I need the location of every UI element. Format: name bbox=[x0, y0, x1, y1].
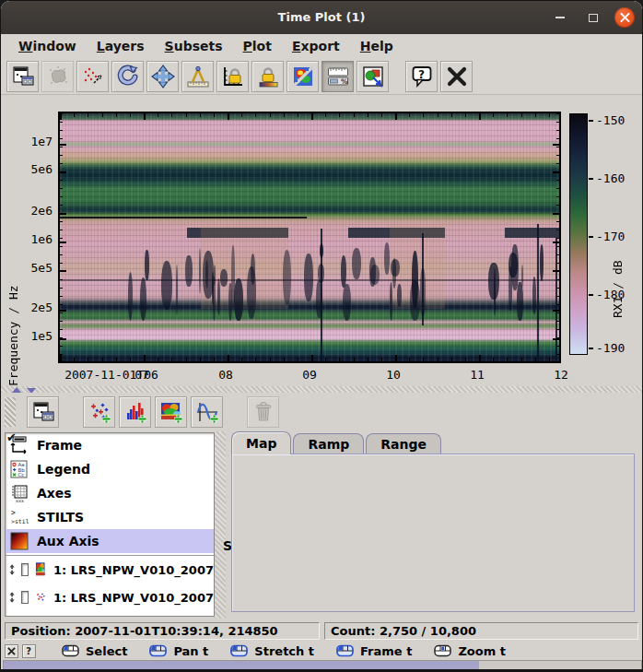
add-histogram-icon bbox=[123, 400, 147, 424]
spectrogram-feature bbox=[283, 250, 291, 305]
progress-toggle-button[interactable]: % bbox=[322, 61, 354, 92]
scatter-layer-icon bbox=[35, 588, 46, 607]
point-subset-button[interactable] bbox=[76, 61, 109, 92]
add-spectrogram-layer-button[interactable] bbox=[155, 396, 187, 428]
major-tick bbox=[553, 213, 559, 215]
spectrogram-feature bbox=[140, 277, 146, 321]
title-bar[interactable]: Time Plot (1) bbox=[1, 1, 642, 34]
spectrogram-feature bbox=[352, 248, 361, 280]
plot-pane: Frequency / Hz 1e7 5e6 2e6 1e6 5e5 2e5 1… bbox=[1, 96, 643, 386]
major-tick bbox=[60, 113, 62, 120]
svg-text:>: > bbox=[11, 509, 16, 517]
svg-text:?: ? bbox=[26, 646, 31, 656]
close-icon bbox=[620, 13, 630, 23]
menu-help[interactable]: Help bbox=[350, 36, 403, 56]
spectrogram-feature bbox=[316, 280, 322, 318]
menu-plot[interactable]: Plot bbox=[233, 36, 282, 56]
progress-toggle-icon: % bbox=[326, 65, 350, 88]
spectrogram-feature bbox=[540, 244, 544, 281]
add-function-icon bbox=[195, 400, 219, 424]
small-question-icon: ? bbox=[25, 646, 33, 656]
reorder-arrows-icon[interactable] bbox=[9, 560, 15, 580]
spectrogram-feature bbox=[420, 268, 425, 316]
toolbar-drag-grip[interactable] bbox=[5, 397, 16, 427]
hint-label: Stretch t bbox=[254, 644, 314, 658]
y-tick-label: 1e7 bbox=[10, 135, 53, 148]
colorbar-tick-label: -150 bbox=[596, 113, 625, 127]
dismiss-hints-button[interactable] bbox=[5, 644, 18, 658]
major-tick bbox=[60, 144, 66, 146]
major-tick bbox=[553, 242, 559, 243]
stack-item-frame[interactable]: Frame bbox=[6, 433, 214, 457]
layer-visible-checkbox[interactable] bbox=[21, 563, 29, 576]
colorbar-tick bbox=[589, 178, 593, 180]
colorbar-axis-label: RX1 / dB bbox=[611, 234, 625, 345]
x-tick-label: 11 bbox=[470, 368, 485, 382]
measure-distance-button[interactable] bbox=[181, 61, 214, 92]
add-scatter-layer-button[interactable] bbox=[83, 396, 115, 428]
svg-text:>stilts: >stilts bbox=[11, 518, 29, 525]
tab-range[interactable]: Range bbox=[366, 433, 441, 454]
major-tick bbox=[311, 355, 313, 361]
replot-button[interactable] bbox=[111, 61, 144, 92]
menu-layers[interactable]: Layers bbox=[87, 36, 155, 56]
major-tick bbox=[395, 355, 397, 361]
y-tick-label: 5e5 bbox=[10, 261, 53, 275]
lock-aux-range-button[interactable] bbox=[251, 61, 284, 92]
minimize-button[interactable] bbox=[550, 7, 570, 28]
close-button[interactable] bbox=[614, 7, 635, 28]
mouse-drag-icon bbox=[336, 644, 355, 657]
blob-subset-icon bbox=[46, 65, 70, 88]
new-plot-window-button[interactable] bbox=[6, 61, 39, 92]
spectrogram-feature bbox=[505, 228, 561, 238]
spectrogram-feature bbox=[343, 284, 351, 321]
tab-map[interactable]: Map bbox=[231, 431, 291, 454]
pan-resize-button[interactable] bbox=[146, 61, 179, 92]
colorbar[interactable] bbox=[569, 113, 588, 355]
lock-axes-button[interactable] bbox=[216, 61, 249, 92]
menu-subsets[interactable]: Subsets bbox=[155, 36, 233, 56]
spectrogram-feature bbox=[217, 278, 220, 316]
help-button[interactable]: ? bbox=[405, 61, 438, 92]
axes-icon: xxx bbox=[10, 484, 29, 502]
y-tick-label: 2e5 bbox=[10, 301, 53, 314]
replot-icon bbox=[116, 65, 140, 88]
mouse-drag-icon bbox=[230, 644, 249, 657]
major-tick bbox=[60, 338, 66, 340]
menu-export[interactable]: Export bbox=[282, 36, 350, 56]
plot-window-button[interactable] bbox=[27, 396, 59, 428]
maximize-icon bbox=[589, 14, 598, 22]
hint-pan: Pan t bbox=[149, 644, 208, 658]
layer-visible-checkbox[interactable] bbox=[21, 591, 29, 604]
close-window-button[interactable] bbox=[440, 61, 473, 92]
reorder-arrows-icon[interactable] bbox=[9, 587, 15, 607]
left-minor-ticks bbox=[60, 113, 63, 361]
plot-canvas[interactable] bbox=[58, 112, 561, 363]
hint-help-button[interactable]: ? bbox=[22, 644, 36, 658]
progress-bar bbox=[3, 660, 642, 670]
export-plot-button[interactable] bbox=[357, 61, 389, 92]
tab-strip: Map Ramp Range bbox=[231, 433, 443, 454]
major-tick bbox=[144, 113, 146, 120]
top-minor-ticks bbox=[60, 113, 559, 117]
add-function-layer-button[interactable] bbox=[191, 396, 223, 428]
mouse-drag-icon bbox=[149, 644, 168, 657]
hint-zoom: Zoom t bbox=[434, 644, 506, 658]
bottom-minor-ticks bbox=[60, 358, 559, 361]
menu-window[interactable]: Window bbox=[8, 36, 87, 56]
spectrogram-feature bbox=[220, 269, 228, 286]
horizontal-splitter[interactable] bbox=[1, 386, 642, 393]
tab-ramp[interactable]: Ramp bbox=[293, 433, 364, 454]
stilts-icon: > >stilts bbox=[10, 508, 29, 526]
spectrogram-feature bbox=[60, 217, 307, 218]
colorbar-tick bbox=[589, 236, 593, 238]
hint-select: Select bbox=[62, 644, 127, 658]
spectrogram-feature bbox=[176, 265, 178, 315]
add-histogram-layer-button[interactable] bbox=[119, 396, 151, 428]
maximize-button[interactable] bbox=[583, 7, 603, 28]
aux-colormap-button[interactable] bbox=[286, 61, 319, 92]
major-tick bbox=[228, 355, 229, 361]
trash-icon bbox=[251, 400, 275, 424]
measure-icon bbox=[186, 65, 210, 88]
x-tick-label: 10 bbox=[386, 368, 401, 382]
